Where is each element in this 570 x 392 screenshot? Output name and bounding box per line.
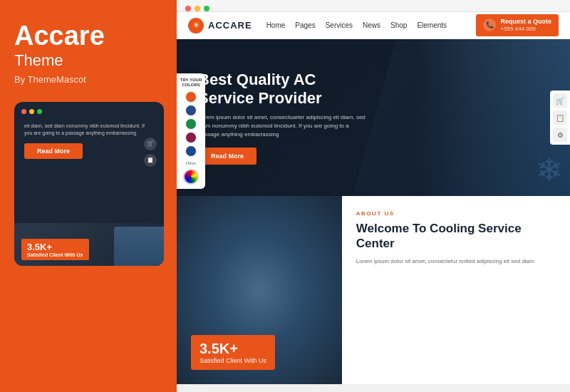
color-orange[interactable] [185, 91, 197, 103]
bottom-right-text: ABOUT US Welcome To Cooling Service Cent… [342, 196, 570, 384]
about-title: Welcome To Cooling Service Center [356, 221, 556, 252]
site-nav: ✳ ACCARE Home Pages Services News Shop E… [177, 12, 570, 39]
nav-link-home[interactable]: Home [266, 21, 286, 29]
browser-dot-green [204, 6, 209, 11]
bottom-left-image: 3.5K+ Satisfied Client With Us [177, 196, 342, 384]
bottom-badge-text: Satisfied Client With Us [200, 357, 266, 364]
color-darkblue[interactable] [185, 145, 197, 157]
about-description: Lorem ipsum dolor sit amet, consectetur … [356, 257, 556, 267]
sidebar-cart-icon[interactable]: 🛒 [553, 93, 567, 108]
clipboard-icon[interactable]: 📋 [144, 154, 157, 167]
mobile-dot-red [21, 109, 26, 114]
nav-link-services[interactable]: Services [326, 21, 353, 29]
nav-link-shop[interactable]: Shop [390, 21, 407, 29]
logo-icon: ✳ [188, 18, 204, 33]
cart-icon[interactable]: 🛒 [144, 138, 157, 150]
right-panel: ✳ ACCARE Home Pages Services News Shop E… [177, 0, 570, 392]
sidebar-clipboard-icon[interactable]: 📋 [553, 110, 567, 125]
phone-icon: 📞 [483, 19, 496, 31]
nav-link-pages[interactable]: Pages [295, 21, 315, 29]
color-green[interactable] [185, 118, 197, 130]
about-us-label: ABOUT US [356, 210, 556, 217]
snowflake-icon: ❄ [536, 151, 563, 189]
mobile-badge-text: Satisfied Client With Us [27, 252, 83, 257]
bottom-section: 3.5K+ Satisfied Client With Us ABOUT US … [177, 196, 570, 384]
nav-quote-label: Request a Quote [500, 18, 551, 26]
bottom-badge-number: 3.5K+ [200, 341, 266, 357]
sidebar-gear-icon[interactable]: ⚙ [553, 128, 567, 142]
mobile-read-more-button[interactable]: Read More [24, 143, 83, 159]
left-panel: Accare Theme By ThemeMascot eit diam, se… [0, 0, 177, 392]
nav-quote[interactable]: 📞 Request a Quote +555 444 000 [476, 14, 559, 36]
mobile-dots [21, 109, 157, 114]
brand-sub: Theme [14, 51, 162, 70]
mobile-text-area: eit diam, sed diam nonummy nibh euismod … [21, 120, 157, 170]
nav-link-elements[interactable]: Elements [417, 21, 447, 29]
website-content: ✳ ACCARE Home Pages Services News Shop E… [177, 12, 570, 384]
mobile-badge: 3.5K+ Satisfied Client With Us [21, 239, 89, 260]
nav-link-news[interactable]: News [363, 21, 380, 29]
brand-title: Accare [14, 21, 162, 51]
mobile-body-text: eit diam, sed diam nonummy nibh euismod … [24, 123, 154, 137]
color-purple[interactable] [185, 132, 197, 143]
color-blue[interactable] [185, 105, 197, 116]
hero-sidebar-icons: 🛒 📋 ⚙ [550, 91, 570, 145]
color-wheel[interactable] [183, 169, 199, 185]
mobile-person-image [114, 227, 164, 266]
hero-read-more-button[interactable]: Read More [198, 148, 256, 165]
mobile-bottom-section: 3.5K+ Satisfied Client With Us [14, 223, 164, 266]
browser-chrome [177, 0, 570, 12]
hero-title: Best Quality AC Service Provider [198, 71, 372, 108]
other-label: Other [185, 161, 196, 165]
nav-quote-text: Request a Quote +555 444 000 [500, 18, 551, 32]
site-nav-links: Home Pages Services News Shop Elements [266, 21, 477, 29]
mobile-dot-green [37, 109, 42, 114]
site-logo: ✳ ACCARE [188, 18, 252, 33]
browser-dot-yellow [195, 6, 200, 11]
mobile-icons-right: 🛒 📋 [144, 138, 157, 167]
hero-description: Lorem ipsum dolor sit amet, consectuarte… [198, 113, 372, 139]
nav-quote-phone: +555 444 000 [500, 26, 551, 33]
mobile-dot-yellow [29, 109, 34, 114]
brand-by: By ThemeMascot [14, 74, 162, 85]
color-picker-panel: TRY YOURCOLORS Other [177, 73, 205, 189]
browser-dot-red [185, 6, 191, 11]
hero-section: ❄ TRY YOURCOLORS Other ‹ › Best Quality … [177, 39, 570, 196]
hero-content: Best Quality AC Service Provider Lorem i… [177, 71, 393, 165]
mobile-mockup: eit diam, sed diam nonummy nibh euismod … [14, 102, 164, 266]
bottom-badge: 3.5K+ Satisfied Client With Us [191, 335, 275, 370]
try-colors-label: TRY YOURCOLORS [180, 78, 202, 88]
mobile-badge-number: 3.5K+ [27, 242, 83, 252]
logo-text: ACCARE [208, 20, 252, 31]
